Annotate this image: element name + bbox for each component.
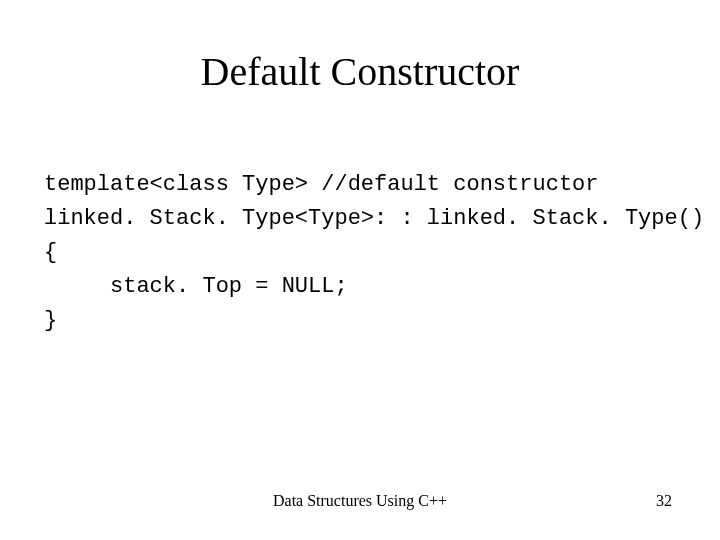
code-block: template<class Type> //default construct… bbox=[44, 168, 704, 338]
code-line-2: linked. Stack. Type<Type>: : linked. Sta… bbox=[44, 206, 704, 231]
slide-title: Default Constructor bbox=[0, 48, 720, 95]
code-line-4: stack. Top = NULL; bbox=[44, 274, 348, 299]
code-line-5: } bbox=[44, 308, 57, 333]
code-line-3: { bbox=[44, 240, 57, 265]
slide: Default Constructor template<class Type>… bbox=[0, 0, 720, 540]
code-line-1: template<class Type> //default construct… bbox=[44, 172, 599, 197]
page-number: 32 bbox=[656, 492, 672, 510]
footer-text: Data Structures Using C++ bbox=[0, 492, 720, 510]
